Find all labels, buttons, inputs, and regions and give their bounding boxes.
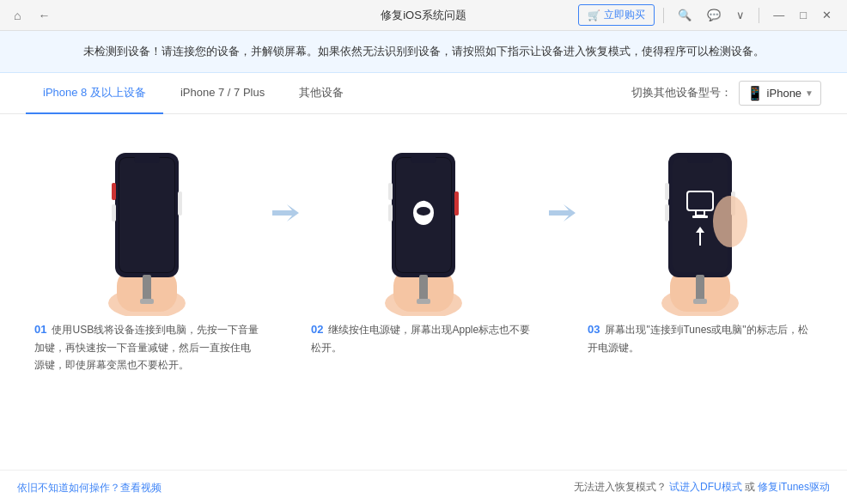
svg-rect-40 (687, 156, 713, 163)
cart-icon: 🛒 (588, 9, 600, 21)
footer-left: 依旧不知道如何操作？查看视频 (17, 479, 161, 495)
tabs-area: iPhone 8 及以上设备 iPhone 7 / 7 Plus 其他设备 切换… (0, 73, 847, 114)
step1-phone-svg (91, 136, 203, 316)
svg-rect-38 (665, 204, 669, 222)
footer-right-text: 无法进入恢复模式？ (574, 481, 667, 493)
phone-icon: 📱 (746, 85, 764, 101)
close-button[interactable]: ✕ (817, 7, 837, 23)
main-content: 01使用USB线将设备连接到电脑，先按一下音量加键，再快速按一下音量减键，然后一… (0, 114, 847, 450)
step1-illustration (52, 131, 241, 320)
svg-rect-34 (692, 216, 708, 218)
svg-rect-24 (411, 156, 436, 163)
device-name: iPhone (767, 87, 801, 100)
window-title: 修复iOS系统问题 (381, 8, 466, 23)
svg-rect-37 (665, 183, 669, 200)
svg-marker-27 (549, 204, 576, 222)
svg-rect-25 (419, 275, 428, 301)
svg-rect-9 (143, 275, 151, 301)
chevron-down-icon: ▼ (805, 88, 813, 98)
svg-rect-5 (112, 183, 116, 200)
step2-illustration:  (329, 131, 518, 320)
step-3: 03屏幕出现"连接到iTunes或电脑"的标志后，松开电源键。 (579, 131, 821, 356)
device-switch: 切换其他设备型号： 📱 iPhone ▼ (631, 81, 821, 106)
switch-label: 切换其他设备型号： (631, 85, 732, 100)
step-2:  02 (302, 131, 545, 356)
arrow2 (545, 131, 579, 226)
footer-or-text: 或 (745, 481, 758, 493)
svg-rect-7 (178, 191, 182, 216)
svg-rect-22 (388, 204, 393, 222)
back-icon[interactable]: ← (34, 7, 53, 24)
buy-button[interactable]: 🛒 立即购买 (578, 4, 655, 26)
message-icon[interactable]: 💬 (702, 7, 726, 23)
divider (663, 8, 664, 23)
svg-point-19 (417, 207, 430, 216)
step3-text: 03屏幕出现"连接到iTunes或电脑"的标志后，松开电源键。 (579, 320, 821, 356)
steps-container: 01使用USB线将设备连接到电脑，先按一下音量加键，再快速按一下音量减键，然后一… (26, 131, 821, 441)
svg-rect-21 (388, 183, 393, 200)
tab-iphone8[interactable]: iPhone 8 及以上设备 (26, 73, 163, 114)
divider2 (759, 8, 759, 23)
dfu-mode-link[interactable]: 试进入DFU模式 (669, 481, 742, 493)
titlebar-right: 🛒 立即购买 🔍 💬 ∨ — □ ✕ (578, 4, 837, 26)
step2-text: 02继续按住电源键，屏幕出现Apple标志也不要松开。 (302, 320, 545, 356)
footer: 依旧不知道如何操作？查看视频 无法进入恢复模式？ 试进入DFU模式 或 修复iT… (0, 470, 847, 504)
step1-text: 01使用USB线将设备连接到电脑，先按一下音量加键，再快速按一下音量减键，然后一… (26, 320, 268, 374)
svg-point-43 (713, 196, 747, 247)
minimize-button[interactable]: — (768, 7, 789, 23)
warning-bar: 未检测到设备！请连接您的设备，并解锁屏幕。如果依然无法识别到设备，请按照如下指示… (0, 31, 847, 73)
device-selector[interactable]: 📱 iPhone ▼ (739, 81, 821, 106)
tab-other[interactable]: 其他设备 (282, 73, 361, 114)
svg-rect-26 (417, 299, 430, 304)
titlebar: ⌂ ← 修复iOS系统问题 🛒 立即购买 🔍 💬 ∨ — □ ✕ (0, 0, 847, 31)
svg-rect-6 (112, 204, 116, 222)
svg-marker-11 (272, 204, 299, 222)
svg-rect-41 (696, 275, 704, 301)
tabs-left: iPhone 8 及以上设备 iPhone 7 / 7 Plus 其他设备 (26, 73, 361, 113)
warning-text: 未检测到设备！请连接您的设备，并解锁屏幕。如果依然无法识别到设备，请按照如下指示… (83, 45, 765, 58)
tab-iphone7[interactable]: iPhone 7 / 7 Plus (163, 74, 282, 112)
svg-rect-10 (140, 299, 154, 304)
svg-rect-8 (134, 156, 160, 163)
maximize-button[interactable]: □ (795, 7, 812, 23)
home-icon[interactable]: ⌂ (10, 7, 24, 24)
step3-phone-svg (644, 136, 756, 316)
help-video-link[interactable]: 依旧不知道如何操作？查看视频 (17, 482, 161, 494)
step2-phone-svg:  (368, 136, 479, 316)
itunes-driver-link[interactable]: 修复iTunes驱动 (758, 481, 830, 493)
svg-rect-23 (454, 191, 459, 216)
step3-illustration (606, 131, 795, 320)
footer-right: 无法进入恢复模式？ 试进入DFU模式 或 修复iTunes驱动 (574, 480, 830, 495)
expand-icon[interactable]: ∨ (731, 7, 750, 23)
arrow1 (268, 131, 302, 226)
titlebar-left: ⌂ ← (10, 7, 53, 24)
step-1: 01使用USB线将设备连接到电脑，先按一下音量加键，再快速按一下音量减键，然后一… (26, 131, 268, 374)
svg-rect-42 (693, 299, 707, 304)
svg-rect-4 (119, 158, 174, 272)
search-icon[interactable]: 🔍 (673, 7, 697, 23)
